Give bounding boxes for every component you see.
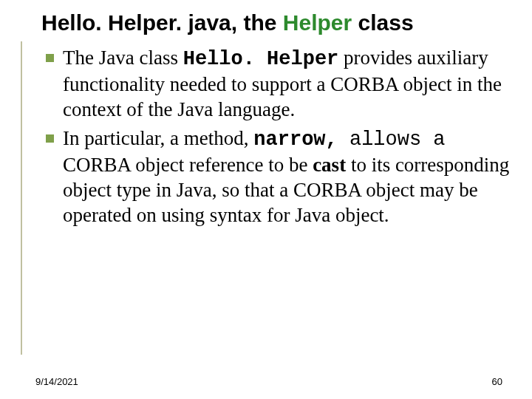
code-text: Hello. Helper: [183, 48, 339, 70]
list-item: In particular, a method, narrow, allows …: [46, 126, 510, 228]
code-text: narrow,: [253, 129, 349, 151]
title-part1: Hello. Helper. java, the: [41, 10, 283, 35]
item-text: The Java class Hello. Helper provides au…: [63, 46, 510, 122]
footer: 9/14/2021 60: [35, 376, 502, 387]
bold-text: cast: [313, 154, 346, 176]
mono-mid: allows a: [349, 129, 446, 151]
slide-title: Hello. Helper. java, the Helper class: [41, 10, 510, 35]
item-text: In particular, a method, narrow, allows …: [63, 126, 510, 228]
title-part2: class: [352, 10, 413, 35]
text-pre: In particular, a method,: [63, 127, 253, 149]
vertical-rule: [21, 41, 22, 355]
bullet-list: The Java class Hello. Helper provides au…: [46, 46, 510, 228]
text-pre: The Java class: [63, 47, 183, 69]
bullet-icon: [46, 54, 54, 62]
title-highlight: Helper: [283, 10, 352, 35]
list-item: The Java class Hello. Helper provides au…: [46, 46, 510, 122]
footer-date: 9/14/2021: [35, 376, 78, 387]
text-post1: CORBA object reference to be: [63, 154, 313, 176]
bullet-icon: [46, 134, 54, 143]
footer-page: 60: [492, 376, 502, 387]
